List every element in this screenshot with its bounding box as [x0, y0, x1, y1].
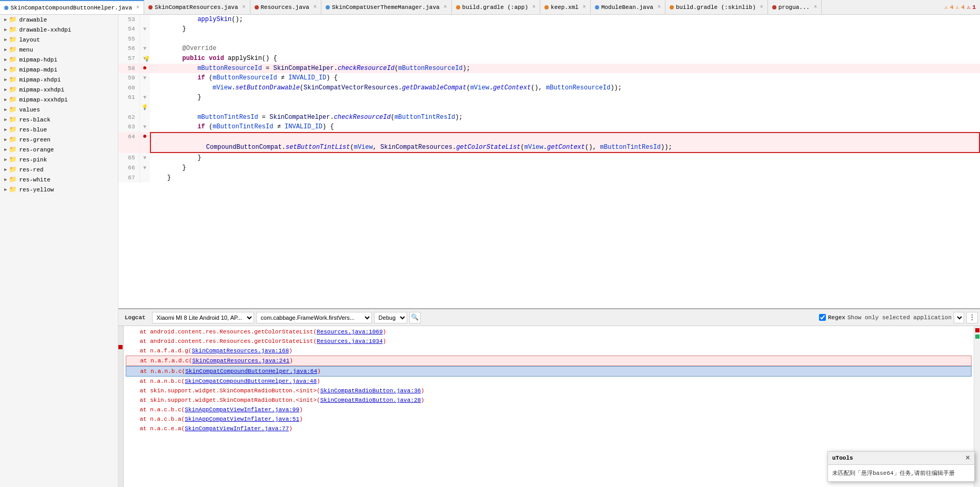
tab-buildgradle-app[interactable]: build.gradle (:app) × [452, 0, 540, 15]
sidebar-item-label: menu [19, 47, 33, 53]
log-link[interactable]: SkinCompatCompoundButtonHelper.java:48 [185, 378, 317, 384]
tab-icon-red [148, 5, 153, 9]
fold-icon[interactable]: ▼ [143, 165, 146, 171]
code-editor[interactable]: 53 applySkin(); 54 ▼ } 55 [118, 15, 980, 308]
utools-body-text: 未匹配到「悬浮base64」任务,请前往编辑手册 [832, 470, 955, 476]
log-link[interactable]: SkinCompatViewInflater.java:77 [185, 425, 289, 432]
logcat-menu-btn[interactable]: ⋮ [966, 312, 978, 323]
folder-icon: 📁 [9, 146, 17, 154]
tab-bar: SkinCompatCompoundButtonHelper.java × Sk… [0, 0, 980, 15]
sidebar-item-values[interactable]: ▶ 📁 values [0, 105, 118, 115]
tab-buildgradle-skinlib[interactable]: build.gradle (:skinlib) × [665, 0, 768, 15]
log-link[interactable]: SkinCompatRadioButton.java:28 [320, 397, 421, 403]
sidebar-item-drawable-xxhdpi[interactable]: ▶ 📁 drawable-xxhdpi [0, 25, 118, 35]
log-line-3: at n.a.f.a.d.g(SkinCompatResources.java:… [126, 346, 972, 356]
utools-header: uTools × [828, 452, 974, 465]
fold-icon[interactable]: ▼ [143, 155, 146, 161]
fold-icon[interactable]: ▼ [143, 95, 146, 100]
code-line-61: 61 ▼ 💡 } [118, 93, 980, 113]
tab-close-btn[interactable]: × [243, 4, 246, 10]
arrow-icon: ▶ [4, 107, 7, 113]
arrow-icon: ▶ [4, 17, 7, 23]
sidebar-item-layout[interactable]: ▶ 📁 layout [0, 35, 118, 45]
line-code: if (mButtonTintResId ≠ INVALID_ID) { [150, 122, 980, 132]
sidebar-item-res-yellow[interactable]: ▶ 📁 res-yellow [0, 185, 118, 195]
show-only-selector[interactable]: ▼ [954, 312, 964, 323]
sidebar-item-res-green[interactable]: ▶ 📁 res-green [0, 135, 118, 145]
sidebar-item-res-white[interactable]: ▶ 📁 res-white [0, 175, 118, 185]
breakpoint-icon[interactable]: ● [143, 132, 147, 140]
sidebar-item-mipmap-xxxhdpi[interactable]: ▶ 📁 mipmap-xxxhdpi [0, 95, 118, 105]
tab-skincompat[interactable]: SkinCompatCompoundButtonHelper.java × [0, 0, 144, 15]
tab-label: SkinCompatCompoundButtonHelper.java [11, 5, 132, 11]
log-link[interactable]: SkinCompatResources.java:241 [192, 358, 289, 364]
tab-icon-blue [326, 5, 330, 9]
log-link[interactable]: Resources.java:1069 [317, 329, 382, 335]
arrow-icon: ▶ [4, 87, 7, 93]
log-line-1: at android.content.res.Resources.getColo… [126, 327, 972, 337]
sidebar-item-label: res-orange [19, 147, 54, 153]
code-line-55: 55 [118, 34, 980, 44]
tab-usertheme[interactable]: SkinCompatUserThemeManager.java × [321, 0, 452, 15]
package-selector[interactable]: com.cabbage.FrameWork.firstVers... [256, 312, 372, 323]
sidebar-item-mipmap-xhdpi[interactable]: ▶ 📁 mipmap-xhdpi [0, 75, 118, 85]
tab-close-btn[interactable]: × [658, 4, 661, 10]
arrow-icon: ▶ [4, 47, 7, 53]
breakpoint-icon[interactable]: ● [143, 64, 147, 72]
tab-label: Resources.java [261, 4, 309, 11]
fold-icon[interactable]: ▼ [143, 124, 146, 130]
sidebar-item-res-red[interactable]: ▶ 📁 res-red [0, 165, 118, 175]
utools-popup: uTools × 未匹配到「悬浮base64」任务,请前往编辑手册 [827, 451, 975, 482]
sidebar-item-menu[interactable]: ▶ 📁 menu [0, 45, 118, 55]
log-link[interactable]: SkinCompatCompoundButtonHelper.java:64 [185, 368, 317, 374]
tab-close-btn[interactable]: × [136, 5, 139, 11]
fold-icon[interactable]: ▼ [143, 26, 146, 32]
tab-label: keep.xml [551, 4, 579, 11]
fold-icon[interactable]: ▼ [143, 46, 146, 52]
line-code: } [150, 173, 980, 182]
folder-icon: 📁 [9, 26, 17, 34]
search-logcat-btn[interactable]: 🔍 [409, 312, 421, 323]
sidebar-item-mipmap-hdpi[interactable]: ▶ 📁 mipmap-hdpi [0, 55, 118, 65]
line-number: 58 [118, 64, 139, 73]
sidebar-item-res-pink[interactable]: ▶ 📁 res-pink [0, 155, 118, 165]
arrow-icon: ▶ [4, 177, 7, 182]
log-link[interactable]: SkinAppCompatViewInflater.java:51 [185, 416, 299, 422]
tab-close-btn[interactable]: × [532, 4, 536, 10]
fold-icon[interactable]: ▼ [143, 75, 146, 81]
tab-skinresources[interactable]: SkinCompatResources.java × [144, 0, 250, 15]
regex-checkbox[interactable] [819, 314, 826, 321]
sidebar-item-res-black[interactable]: ▶ 📁 res-black [0, 115, 118, 125]
tab-close-btn[interactable]: × [314, 4, 317, 10]
tab-progua[interactable]: progua... × [768, 0, 822, 15]
sidebar-item-drawable[interactable]: ▶ 📁 drawable [0, 15, 118, 25]
line-code: @Override [150, 44, 980, 54]
tab-icon-blue [595, 5, 599, 9]
sidebar-item-res-orange[interactable]: ▶ 📁 res-orange [0, 145, 118, 155]
tab-modulebean[interactable]: ModuleBean.java × [591, 0, 665, 15]
line-number: 64 [118, 132, 139, 153]
tab-close-btn[interactable]: × [760, 4, 763, 10]
tab-resources[interactable]: Resources.java × [250, 0, 321, 15]
logcat-nav-down[interactable] [975, 334, 979, 339]
log-link[interactable]: SkinCompatRadioButton.java:36 [320, 388, 421, 394]
line-gutter: ▼ [139, 153, 150, 163]
line-code: } [150, 163, 980, 173]
arrow-icon: ▶ [4, 27, 7, 33]
log-link[interactable]: SkinAppCompatViewInflater.java:99 [185, 407, 299, 413]
sidebar-item-res-blue[interactable]: ▶ 📁 res-blue [0, 125, 118, 135]
tab-close-btn[interactable]: × [814, 4, 817, 10]
log-link[interactable]: Resources.java:1034 [317, 338, 382, 344]
regex-checkbox-container[interactable]: Regex [819, 314, 845, 321]
device-selector[interactable]: Xiaomi MI 8 Lite Android 10, AP... [152, 312, 254, 323]
tab-keepxml[interactable]: keep.xml × [540, 0, 591, 15]
arrow-icon: ▶ [4, 147, 7, 153]
level-selector[interactable]: Debug [374, 312, 407, 323]
sidebar-item-mipmap-xxhdpi[interactable]: ▶ 📁 mipmap-xxhdpi [0, 85, 118, 95]
log-link[interactable]: SkinCompatResources.java:168 [191, 348, 289, 354]
utools-close-btn[interactable]: × [966, 454, 970, 462]
logcat-error-nav-up[interactable] [975, 328, 979, 332]
sidebar-item-mipmap-mdpi[interactable]: ▶ 📁 mipmap-mdpi [0, 65, 118, 75]
tab-close-btn[interactable]: × [444, 4, 447, 10]
tab-close-btn[interactable]: × [583, 4, 586, 10]
